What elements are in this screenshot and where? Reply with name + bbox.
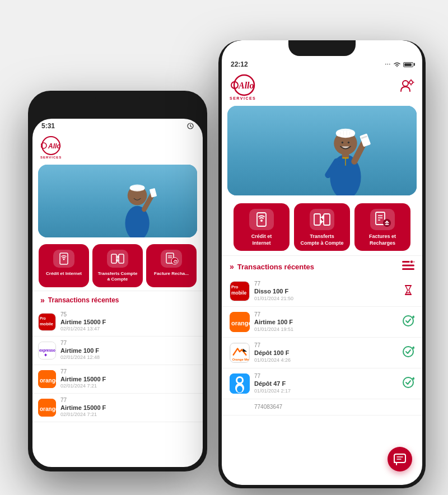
logo-front[interactable]: Allo SERVICES <box>230 74 256 100</box>
service-transfer-front[interactable]: TransfertsCompte à Compte <box>294 203 350 251</box>
tx-date-front-0: 01/01/2024 21:50 <box>254 296 398 302</box>
tx-date-back-0: 02/01/2024 13:47 <box>60 326 197 333</box>
service-factures-front[interactable]: Factures etRecharges <box>354 203 410 251</box>
tx-item-front-4[interactable]: 774083647 <box>222 399 422 415</box>
battery-icon-front <box>403 62 413 67</box>
service-icon-credit-back <box>53 250 74 268</box>
person-svg-back <box>94 171 181 238</box>
tx-logo-orange-back-0: orange <box>38 370 56 388</box>
svg-rect-62 <box>324 214 330 225</box>
svg-point-36 <box>409 81 413 84</box>
tx-amount-front-0: Disso 100 F <box>254 287 398 295</box>
tx-info-back-2: 77 Airtime 15000 F 02/01/2024 7:21 <box>60 368 197 390</box>
person-svg-front <box>293 113 398 195</box>
svg-text:mobile: mobile <box>231 290 247 296</box>
svg-text:mobile: mobile <box>40 321 53 326</box>
tx-item-back-1[interactable]: expresso ✦ 77 Airtime 100 F 02/01/2024 1… <box>32 337 203 365</box>
tx-logo-orange-front: orange <box>230 312 250 332</box>
hourglass-icon <box>402 284 414 296</box>
phone-front-screen: 22:12 ··· <box>222 40 422 485</box>
svg-point-92 <box>237 378 242 382</box>
credit-internet-icon <box>253 211 270 228</box>
service-transfer-back[interactable]: Transferts Compte à Compte <box>92 244 143 287</box>
tx-amount-front-3: Dépôt 47 F <box>254 380 398 387</box>
chevrons-front: » <box>230 262 234 271</box>
service-credit-back[interactable]: Crédit et Internet <box>39 244 89 287</box>
services-row-back: Crédit et Internet Transferts Compte à C… <box>32 240 203 289</box>
tx-item-front-2[interactable]: Orange Money 77 Dépôt 100 F 01/01/2024 4… <box>222 338 422 368</box>
svg-rect-71 <box>402 265 414 267</box>
svg-rect-15 <box>111 254 116 263</box>
svg-point-73 <box>410 260 413 264</box>
app-header-back: Allo SERVICES <box>32 132 203 162</box>
factures-icon <box>374 211 391 228</box>
back-status-time: 5:31 <box>41 122 55 130</box>
svg-rect-61 <box>314 214 320 225</box>
svg-text:⏱: ⏱ <box>173 259 178 264</box>
orange-logo-front: orange <box>230 312 250 332</box>
signal-dots: ··· <box>385 62 391 67</box>
tx-number-front-4: 774083647 <box>254 404 414 410</box>
tx-item-back-2[interactable]: orange 77 Airtime 15000 F 02/01/2024 7:2… <box>32 365 203 394</box>
tx-date-front-1: 01/01/2024 19:51 <box>254 326 398 333</box>
svg-text:Pro: Pro <box>40 316 46 320</box>
fab-chat-button[interactable] <box>388 447 412 471</box>
phone-front: 22:12 ··· <box>218 40 426 488</box>
logo-subtitle-front: SERVICES <box>230 96 256 100</box>
tx-amount-front-1: Airtime 100 F <box>254 318 398 326</box>
svg-rect-10 <box>130 185 144 189</box>
svg-text:Orange Money: Orange Money <box>232 358 249 361</box>
tx-info-back-0: 75 Airtime 15000 F 02/01/2024 13:47 <box>60 311 197 333</box>
tx-amount-back-2: Airtime 15000 F <box>60 375 197 383</box>
svg-line-2 <box>190 126 192 127</box>
tx-number-front-1: 77 <box>254 311 398 318</box>
front-status-time: 22:12 <box>231 60 248 68</box>
service-label-transfer-back: Transferts Compte à Compte <box>97 271 138 283</box>
tx-number-back-1: 77 <box>60 340 197 347</box>
tx-amount-front-2: Dépôt 100 F <box>254 349 398 357</box>
services-row-front: Crédit etInternet TransfertsCompte <box>222 198 422 254</box>
tx-item-back-3[interactable]: orange 77 Airtime 15000 F 02/01/2024 7:2… <box>32 394 203 422</box>
chat-icon <box>393 452 407 466</box>
tx-logo-promobile-front: Pro mobile <box>230 281 250 301</box>
tx-amount-back-1: Airtime 100 F <box>60 347 197 354</box>
phone-back: 5:31 Allo <box>28 91 207 471</box>
service-icon-factures-back: ⏱ <box>161 250 182 268</box>
tx-number-front-3: 77 <box>254 373 398 380</box>
svg-point-51 <box>342 142 343 143</box>
notch-front <box>288 40 356 56</box>
phones-container: 5:31 Allo <box>11 7 437 488</box>
status-bar-back: 5:31 <box>32 119 203 132</box>
tx-logo-orange-back-1: orange <box>38 399 56 417</box>
service-icon-factures-front <box>370 209 395 230</box>
tx-number-back-0: 75 <box>60 311 197 318</box>
svg-text:Allo: Allo <box>238 81 254 90</box>
service-icon-transfer-back <box>107 250 128 268</box>
tx-info-front-4: 774083647 <box>230 404 414 410</box>
service-factures-back[interactable]: ⏱ Facture Recha... <box>146 244 197 287</box>
profile-settings-icon[interactable] <box>399 79 414 95</box>
tx-item-back-0[interactable]: Pro mobile 75 Airtime 15000 F 02/01/2024… <box>32 308 203 337</box>
service-label-credit-back: Crédit et Internet <box>46 271 82 277</box>
tx-item-front-1[interactable]: orange 77 Airtime 100 F 01/01/2024 19:51 <box>222 307 422 338</box>
list-filter-icon[interactable] <box>402 260 414 273</box>
notch-back <box>95 91 140 103</box>
tx-item-front-3[interactable]: 77 Dépôt 47 F 01/01/2024 2:17 <box>222 368 422 399</box>
transfer-icon <box>110 251 125 267</box>
check-plus-icon-3 <box>402 376 414 389</box>
transactions-header-back: » Transactions récentes <box>32 291 203 308</box>
tx-number-back-2: 77 <box>60 368 197 375</box>
tx-title-row-front: » Transactions récentes <box>230 262 314 271</box>
svg-text:orange: orange <box>40 406 56 412</box>
tx-number-front-2: 77 <box>254 342 398 349</box>
service-label-factures-back: Facture Recha... <box>154 271 189 277</box>
svg-point-52 <box>348 142 349 143</box>
wifi-icon-front <box>393 62 401 67</box>
svg-rect-98 <box>394 454 405 463</box>
hero-image-front <box>227 106 417 195</box>
svg-point-87 <box>403 347 413 357</box>
service-credit-front[interactable]: Crédit etInternet <box>234 203 290 251</box>
logo-back: Allo SERVICES <box>40 136 62 159</box>
tx-amount-back-3: Airtime 15000 F <box>60 404 197 412</box>
tx-item-front-0[interactable]: Pro mobile 77 Disso 100 F 01/01/2024 21:… <box>222 276 422 307</box>
